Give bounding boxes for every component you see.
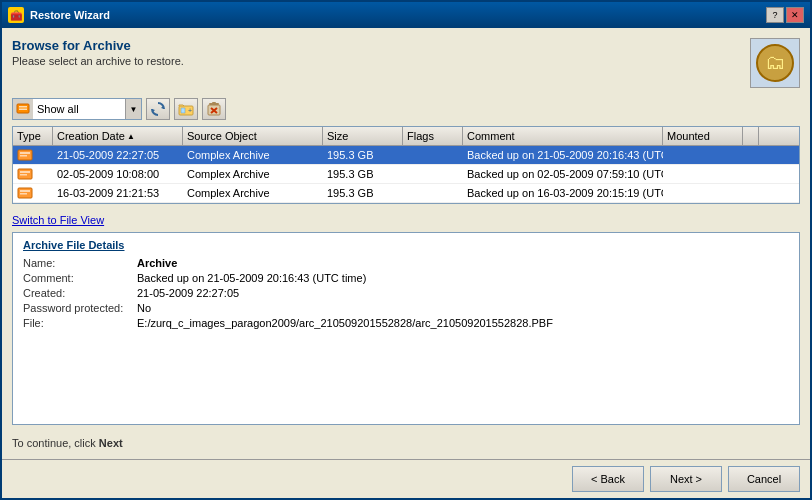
- header-subtitle: Please select an archive to restore.: [12, 55, 184, 67]
- svg-rect-20: [20, 190, 30, 192]
- svg-rect-17: [20, 171, 30, 173]
- col-flags[interactable]: Flags: [403, 127, 463, 145]
- col-size[interactable]: Size: [323, 127, 403, 145]
- restore-wizard-window: 🧰 Restore Wizard ? ✕ Browse for Archive …: [0, 0, 812, 500]
- cancel-button[interactable]: Cancel: [728, 466, 800, 492]
- details-grid: Name: Archive Comment: Backed up on 21-0…: [23, 257, 789, 329]
- row3-scroll: [743, 184, 759, 202]
- row2-size: 195.3 GB: [323, 165, 403, 183]
- col-creation-date[interactable]: Creation Date ▲: [53, 127, 183, 145]
- main-content: Browse for Archive Please select an arch…: [2, 28, 810, 459]
- row2-type: [13, 165, 53, 183]
- comment-value: Backed up on 21-05-2009 20:16:43 (UTC ti…: [137, 272, 789, 284]
- table-header: Type Creation Date ▲ Source Object Size …: [13, 127, 799, 146]
- header-area: Browse for Archive Please select an arch…: [12, 38, 800, 88]
- folder-button[interactable]: +: [174, 98, 198, 120]
- svg-rect-15: [20, 155, 27, 157]
- col-scrollbar-header: [743, 127, 759, 145]
- refresh-button[interactable]: [146, 98, 170, 120]
- row1-date: 21-05-2009 22:27:05: [53, 146, 183, 164]
- footer-text: To continue, click Next: [12, 437, 800, 449]
- file-value: E:/zurq_c_images_paragon2009/arc_2105092…: [137, 317, 789, 329]
- table-body: 21-05-2009 22:27:05 Complex Archive 195.…: [13, 146, 799, 203]
- svg-text:🗂: 🗂: [765, 51, 785, 73]
- col-comment[interactable]: Comment: [463, 127, 663, 145]
- show-all-dropdown[interactable]: Show all ▼: [12, 98, 142, 120]
- toolbar: Show all ▼ +: [12, 98, 800, 120]
- row2-mounted: [663, 165, 743, 183]
- header-title: Browse for Archive: [12, 38, 184, 53]
- header-text: Browse for Archive Please select an arch…: [12, 38, 184, 67]
- details-section: Archive File Details Name: Archive Comme…: [12, 232, 800, 425]
- svg-rect-18: [20, 174, 27, 176]
- row2-flags: [403, 165, 463, 183]
- row3-source: Complex Archive: [183, 184, 323, 202]
- row2-scroll: [743, 165, 759, 183]
- titlebar-title: Restore Wizard: [30, 9, 760, 21]
- row3-date: 16-03-2009 21:21:53: [53, 184, 183, 202]
- back-button[interactable]: < Back: [572, 466, 644, 492]
- row2-date: 02-05-2009 10:08:00: [53, 165, 183, 183]
- header-icon: 🗂: [750, 38, 800, 88]
- row2-comment: Backed up on 02-05-2009 07:59:10 (UTC ti…: [463, 165, 663, 183]
- row1-mounted: [663, 146, 743, 164]
- svg-rect-4: [19, 109, 27, 111]
- row1-flags: [403, 146, 463, 164]
- dropdown-arrow[interactable]: ▼: [125, 99, 141, 119]
- next-button[interactable]: Next >: [650, 466, 722, 492]
- col-mounted[interactable]: Mounted: [663, 127, 743, 145]
- name-value: Archive: [137, 257, 789, 269]
- titlebar: 🧰 Restore Wizard ? ✕: [2, 2, 810, 28]
- col-type[interactable]: Type: [13, 127, 53, 145]
- row1-type: [13, 146, 53, 164]
- svg-text:+: +: [188, 107, 192, 114]
- switch-to-file-view-link[interactable]: Switch to File View: [12, 214, 800, 226]
- delete-button[interactable]: [202, 98, 226, 120]
- titlebar-buttons: ? ✕: [766, 7, 804, 23]
- col-source-object[interactable]: Source Object: [183, 127, 323, 145]
- row1-scroll: [743, 146, 759, 164]
- name-label: Name:: [23, 257, 133, 269]
- row3-flags: [403, 184, 463, 202]
- titlebar-icon: 🧰: [8, 7, 24, 23]
- svg-rect-12: [212, 102, 216, 104]
- table-row[interactable]: 21-05-2009 22:27:05 Complex Archive 195.…: [13, 146, 799, 165]
- row3-size: 195.3 GB: [323, 184, 403, 202]
- help-button[interactable]: ?: [766, 7, 784, 23]
- svg-rect-21: [20, 193, 27, 195]
- created-label: Created:: [23, 287, 133, 299]
- row3-comment: Backed up on 16-03-2009 20:15:19 (UTC ti…: [463, 184, 663, 202]
- created-value: 21-05-2009 22:27:05: [137, 287, 789, 299]
- password-value: No: [137, 302, 789, 314]
- row1-comment: Backed up on 21-05-2009 20:16:43 (UTC ti…: [463, 146, 663, 164]
- table-row[interactable]: 02-05-2009 10:08:00 Complex Archive 195.…: [13, 165, 799, 184]
- row1-source: Complex Archive: [183, 146, 323, 164]
- svg-rect-14: [20, 152, 30, 154]
- svg-rect-3: [19, 106, 27, 108]
- dropdown-icon: [13, 99, 33, 119]
- row3-type: [13, 184, 53, 202]
- file-label: File:: [23, 317, 133, 329]
- svg-rect-6: [181, 108, 185, 113]
- password-label: Password protected:: [23, 302, 133, 314]
- row2-source: Complex Archive: [183, 165, 323, 183]
- dropdown-text: Show all: [33, 103, 125, 115]
- button-bar: < Back Next > Cancel: [2, 459, 810, 498]
- row1-size: 195.3 GB: [323, 146, 403, 164]
- table-row[interactable]: 16-03-2009 21:21:53 Complex Archive 195.…: [13, 184, 799, 203]
- archive-table: Type Creation Date ▲ Source Object Size …: [12, 126, 800, 204]
- sort-arrow: ▲: [127, 132, 135, 141]
- comment-label: Comment:: [23, 272, 133, 284]
- row3-mounted: [663, 184, 743, 202]
- close-button[interactable]: ✕: [786, 7, 804, 23]
- details-title: Archive File Details: [23, 239, 789, 251]
